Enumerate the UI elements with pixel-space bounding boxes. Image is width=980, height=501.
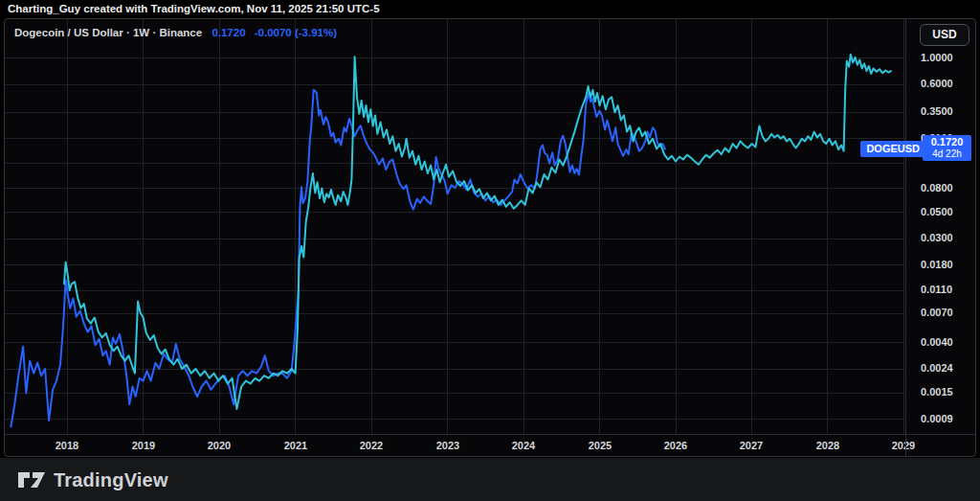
chart-widget: Dogecoin / US Dollar · 1W · Binance 0.17… [4,18,976,457]
price-tick-label: 0.6000 [921,78,953,89]
price-tick-label: 0.0180 [921,259,953,270]
attribution-bar: Charting_Guy created with TradingView.co… [0,0,980,18]
symbol-label-badge: DOGEUSD [860,141,925,157]
price-axis[interactable]: 0.1720 4d 22h 1.00000.60000.35000.21000.… [905,19,975,434]
price-tick-label: 0.0800 [921,182,953,194]
time-tick-label: 2020 [198,440,240,451]
legend: Dogecoin / US Dollar · 1W · Binance 0.17… [14,27,337,38]
price-tick-label: 0.0300 [921,232,953,243]
price-tick-label: 0.3500 [921,105,953,117]
time-tick-label: 2025 [579,440,621,451]
plot-area[interactable]: Dogecoin / US Dollar · 1W · Binance 0.17… [5,19,905,434]
time-tick-label: 2028 [807,440,849,451]
price-tick-label: 0.0009 [921,413,953,424]
tradingview-logo-link[interactable]: TradingView [17,467,168,492]
price-tick-label: 0.0500 [921,206,953,217]
grid-lines [5,19,905,434]
time-tick-label: 2026 [655,440,697,451]
price-badge-countdown: 4d 22h [923,148,971,160]
time-tick-label: 2022 [350,440,392,451]
price-tick-label: 0.0040 [921,336,953,348]
price-tick-label: 0.0070 [921,307,953,318]
time-tick-label: 2018 [46,440,88,451]
time-tick-label: 2024 [502,440,545,451]
time-tick-label: 2023 [427,440,469,451]
time-axis[interactable]: 2018201920202021202220232024202520262027… [5,434,905,456]
time-tick-label: 2027 [730,440,772,451]
tradingview-chart-page: Charting_Guy created with TradingView.co… [0,0,980,501]
currency-toggle-button[interactable]: USD [920,24,969,46]
axis-corner [905,434,975,456]
chart-svg [5,19,905,434]
price-tick-label: 0.0015 [921,386,953,398]
legend-symbol[interactable]: Dogecoin / US Dollar · 1W · Binance [14,27,202,38]
legend-change: -0.0070 (-3.91%) [255,27,337,38]
price-tick-label: 1.0000 [921,52,953,63]
time-tick-label: 2021 [275,440,317,451]
price-badge-value: 0.1720 [923,136,971,148]
footer-bar: TradingView [0,458,980,501]
attribution-text: Charting_Guy created with TradingView.co… [8,3,380,14]
price-badge: 0.1720 4d 22h [923,135,971,161]
time-tick-label: 2019 [122,440,165,451]
tradingview-logo-icon [17,468,46,491]
price-tick-label: 0.0024 [921,362,953,374]
legend-last-price: 0.1720 [212,27,245,38]
series-projection [64,55,891,409]
series-doge [11,90,665,427]
tradingview-brand-text: TradingView [54,469,168,491]
price-tick-label: 0.0110 [921,284,952,295]
